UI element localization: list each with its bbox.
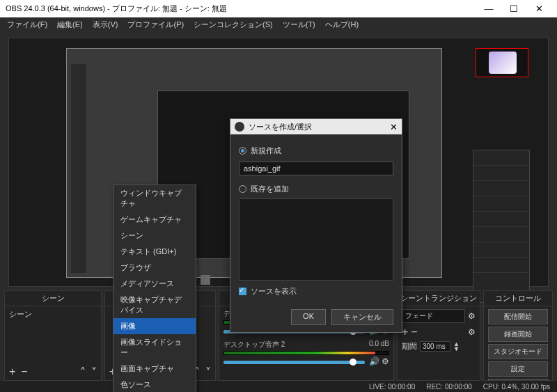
status-rec: REC: 00:00:00 (426, 383, 472, 391)
dialog-ok-button[interactable]: OK (291, 309, 326, 325)
dialog-titlebar: ソースを作成/選択 ✕ (230, 119, 402, 134)
dialog-close-button[interactable]: ✕ (390, 122, 398, 132)
scene-down-button[interactable]: ˅ (91, 366, 97, 379)
toolbar-icon (201, 275, 210, 285)
menu-file[interactable]: ファイル(F) (3, 18, 52, 31)
close-button[interactable]: ✕ (526, 0, 551, 17)
scenes-panel: シーン シーン + − ˄ ˅ (4, 290, 102, 381)
transitions-panel: シーントランジション フェード ⚙ + − ⚙ 期間 ▲▼ (397, 290, 480, 381)
menu-help[interactable]: ヘルプ(H) (321, 18, 363, 31)
mixer-track-2-db: 0.0 dB (369, 340, 389, 350)
transition-settings-icon[interactable]: ⚙ (468, 311, 476, 321)
minimize-button[interactable]: — (476, 0, 501, 17)
transition-select[interactable]: フェード (402, 309, 465, 323)
make-visible-label: ソースを表示 (251, 286, 297, 297)
transition-duration-stepper[interactable]: ▲▼ (453, 342, 460, 352)
radio-add-existing-row[interactable]: 既存を追加 (239, 184, 393, 194)
ctx-video-capture[interactable]: 映像キャプチャデバイス (113, 292, 196, 318)
ctx-image[interactable]: 画像 (113, 318, 196, 334)
mixer-track-2-name: デスクトップ音声 2 (223, 340, 285, 350)
radio-create-new-row[interactable]: 新規作成 (239, 146, 393, 156)
make-visible-checkbox[interactable] (239, 288, 246, 295)
scene-add-button[interactable]: + (9, 366, 15, 379)
ctx-screen-capture[interactable]: 画面キャプチャ (113, 361, 196, 377)
dialog-app-icon (235, 122, 244, 132)
radio-add-existing-label: 既存を追加 (251, 184, 289, 194)
menu-tools[interactable]: ツール(T) (278, 18, 320, 31)
studio-mode-button[interactable]: スタジオモード (488, 344, 548, 359)
make-visible-row[interactable]: ソースを表示 (239, 286, 393, 297)
scene-up-button[interactable]: ˄ (80, 366, 86, 379)
ctx-browser[interactable]: ブラウザ (113, 260, 196, 276)
menu-profile[interactable]: プロファイル(P) (123, 18, 188, 31)
transition-gear-icon[interactable]: ⚙ (468, 327, 476, 337)
start-stream-button[interactable]: 配信開始 (488, 309, 548, 324)
ctx-color-source[interactable]: 色ソース (113, 377, 196, 392)
window-titlebar: OBS 24.0.3 (64-bit, windows) - プロファイル: 無… (0, 0, 557, 17)
preview-layers-strip (473, 150, 530, 303)
window-title: OBS 24.0.3 (64-bit, windows) - プロファイル: 無… (6, 3, 476, 14)
mixer-track-2-meter (223, 351, 389, 355)
maximize-button[interactable]: ☐ (501, 0, 526, 17)
preview-overlay-thumbnail (476, 48, 528, 77)
source-name-input[interactable] (239, 162, 393, 175)
mixer-track-2: デスクトップ音声 2 0.0 dB 🔊 ⚙ (223, 340, 389, 366)
radio-create-new[interactable] (239, 147, 246, 155)
menubar: ファイル(F) 編集(E) 表示(V) プロファイル(P) シーンコレクション(… (0, 17, 557, 31)
scenes-panel-title: シーン (5, 291, 101, 306)
mixer-track-2-gear-icon[interactable]: ⚙ (382, 356, 389, 366)
add-source-context-menu: ウィンドウキャプチャ ゲームキャプチャ シーン テキスト (GDI+) ブラウザ… (113, 185, 196, 392)
transition-duration-input[interactable] (420, 341, 450, 352)
start-record-button[interactable]: 録画開始 (488, 327, 548, 342)
dialog-title-text: ソースを作成/選択 (249, 122, 312, 132)
ctx-game-capture[interactable]: ゲームキャプチャ (113, 212, 196, 228)
ctx-text-gdi[interactable]: テキスト (GDI+) (113, 244, 196, 260)
ctx-window-capture[interactable]: ウィンドウキャプチャ (113, 185, 196, 212)
status-cpu: CPU: 0.4%, 30.00 fps (483, 383, 550, 391)
ctx-media-source[interactable]: メディアソース (113, 276, 196, 292)
transition-add-button[interactable]: + (402, 326, 408, 338)
settings-button[interactable]: 設定 (488, 361, 548, 377)
ctx-image-slideshow[interactable]: 画像スライドショー (113, 334, 196, 361)
radio-add-existing[interactable] (239, 185, 246, 193)
controls-panel-title: コントロール (484, 291, 552, 306)
status-bar: LIVE: 00:00:00 REC: 00:00:00 CPU: 0.4%, … (0, 381, 557, 392)
ctx-scene[interactable]: シーン (113, 228, 196, 244)
create-source-dialog: ソースを作成/選択 ✕ 新規作成 既存を追加 ソースを表示 OK キャンセル (230, 118, 402, 333)
menu-view[interactable]: 表示(V) (88, 18, 123, 31)
source-down-button[interactable]: ˅ (205, 366, 211, 379)
menu-edit[interactable]: 編集(E) (53, 18, 87, 31)
transitions-panel-title: シーントランジション (398, 291, 480, 306)
menu-scene-collection[interactable]: シーンコレクション(S) (189, 18, 277, 31)
status-live: LIVE: 00:00:00 (369, 383, 415, 391)
transition-remove-button[interactable]: − (411, 326, 417, 338)
dialog-cancel-button[interactable]: キャンセル (331, 309, 393, 325)
transition-duration-label: 期間 (402, 341, 417, 352)
scene-remove-button[interactable]: − (21, 366, 27, 379)
mixer-track-2-mute-icon[interactable]: 🔊 (369, 356, 379, 366)
radio-create-new-label: 新規作成 (251, 146, 281, 156)
mixer-track-2-slider[interactable] (223, 361, 365, 364)
scene-list-item[interactable]: シーン (9, 309, 97, 320)
controls-panel: コントロール 配信開始 録画開始 スタジオモード 設定 終了 (483, 290, 553, 381)
existing-sources-list[interactable] (239, 198, 393, 281)
